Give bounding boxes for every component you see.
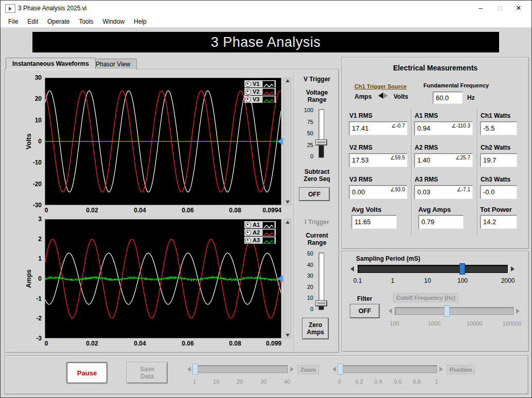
voltage-trigger-cursor-icon[interactable] [277, 138, 283, 145]
tab-instantaneous-waveforms[interactable]: Instantaneous Waveforms [6, 58, 96, 69]
slider-right-arrow-icon[interactable] [511, 266, 515, 272]
legend-line-sample[interactable] [262, 229, 275, 236]
scroll-up-icon[interactable] [286, 79, 290, 82]
maximize-button[interactable]: □ [491, 1, 509, 16]
legend-item-v2[interactable]: V2 [244, 88, 276, 95]
slider-right-arrow-icon[interactable] [439, 367, 443, 372]
zero-amps-button[interactable]: Zero Amps [303, 318, 328, 339]
voltage-range-slider[interactable] [318, 109, 324, 158]
slider-left-arrow-icon[interactable] [388, 309, 392, 314]
voltage-range-fill [319, 143, 324, 157]
avg-amps-value: 0.79 [421, 218, 434, 226]
fundamental-frequency-input[interactable]: 60.0 [433, 92, 463, 104]
trigger-source-switch[interactable] [378, 93, 388, 99]
bottom-control-bar: Pause Save Data Zoom 1 10 20 30 40 Posit… [5, 355, 528, 394]
close-button[interactable]: ✕ [510, 1, 527, 16]
voltage-range-tick: 75 [297, 119, 313, 125]
ch1-watts-value: -5.5 [483, 124, 494, 132]
v1-rms-label: V1 RMS [349, 112, 373, 119]
legend-line-sample[interactable] [262, 81, 275, 87]
plot-visible-radio-icon[interactable] [245, 222, 251, 228]
plot-visible-radio-icon[interactable] [245, 97, 251, 102]
scroll-down-icon[interactable] [286, 201, 290, 204]
avg-amps-indicator: 0.79 [418, 215, 464, 229]
legend-line-sample[interactable] [262, 88, 275, 95]
legend-item-v3[interactable]: V3 [244, 96, 276, 103]
subtract-zero-seq-label: Subtract Zero Seq [295, 168, 339, 183]
current-trigger-slider-track[interactable] [283, 219, 291, 338]
menu-help[interactable]: Help [129, 17, 151, 26]
filter-off-button[interactable]: OFF [350, 304, 379, 318]
sampling-period-thumb[interactable] [459, 263, 465, 275]
current-plot-legend: A1 A2 A3 [244, 221, 276, 244]
slider-right-arrow-icon[interactable] [290, 367, 294, 372]
legend-label: A2 [253, 229, 261, 236]
tab-phasor-view[interactable]: Phasor View [89, 59, 137, 69]
volt-ytick: -10 [24, 159, 42, 166]
i-trigger-title: I Trigger [295, 219, 339, 226]
voltage-range-thumb[interactable] [316, 140, 327, 145]
legend-item-a1[interactable]: A1 [244, 221, 276, 228]
legend-item-a2[interactable]: A2 [244, 229, 276, 236]
v1-rms-angle: ∠-0.7 [392, 123, 405, 129]
volt-xtick: 0.06 [182, 207, 193, 214]
current-trigger-cursor-icon[interactable] [277, 275, 283, 282]
minimize-button[interactable]: – [472, 1, 489, 16]
position-tick: 0.2 [355, 378, 363, 385]
tab-label: Phasor View [96, 61, 130, 68]
voltage-range-tick: 25 [297, 142, 313, 148]
menu-operate[interactable]: Operate [43, 17, 74, 26]
menu-window[interactable]: Window [98, 17, 129, 26]
slider-right-arrow-icon[interactable] [516, 309, 520, 314]
scroll-down-icon[interactable] [286, 334, 290, 337]
zoom-thumb[interactable] [192, 364, 198, 375]
volt-ytick: 10 [24, 117, 42, 124]
plot-visible-radio-icon[interactable] [245, 89, 251, 95]
subtract-zero-seq-button[interactable]: OFF [299, 188, 329, 201]
legend-item-v1[interactable]: V1 [244, 80, 276, 87]
slider-left-arrow-icon[interactable] [350, 266, 354, 272]
plot-visible-radio-icon[interactable] [245, 238, 251, 243]
tot-power-value: 14.2 [483, 218, 496, 226]
menu-edit[interactable]: Edit [23, 17, 43, 26]
position-slider[interactable] [339, 365, 437, 373]
current-range-thumb[interactable] [316, 301, 327, 306]
current-range-tick: 0 [297, 306, 313, 312]
v-trigger-title: V Trigger [295, 76, 339, 83]
zoom-tick: 10 [213, 378, 219, 385]
slider-left-arrow-icon[interactable] [332, 367, 336, 372]
avg-amps-label: Avg Amps [418, 206, 451, 213]
voltage-trigger-slider-track[interactable] [283, 78, 291, 205]
plot-visible-radio-icon[interactable] [245, 230, 251, 236]
legend-item-a3[interactable]: A3 [244, 237, 276, 244]
legend-line-sample[interactable] [262, 237, 275, 244]
legend-line-sample[interactable] [262, 222, 275, 228]
v1-rms-indicator: 17.41 ∠-0.7 [349, 121, 407, 135]
slider-left-arrow-icon[interactable] [187, 367, 191, 372]
voltage-range-tick: 0 [297, 153, 313, 159]
divider [294, 73, 294, 350]
volt-ytick: 30 [24, 74, 42, 81]
a3-rms-value: 0.03 [417, 188, 430, 196]
volt-xtick: 0.04 [134, 207, 146, 214]
avg-volts-value: 11.65 [354, 218, 371, 226]
trigger-source-amps-label: Amps [354, 93, 371, 100]
pause-button[interactable]: Pause [67, 363, 107, 383]
legend-line-sample[interactable] [262, 96, 275, 103]
position-thumb[interactable] [338, 364, 343, 375]
position-tick: 0 [338, 378, 341, 385]
scroll-up-icon[interactable] [286, 221, 290, 224]
measurements-title: Electrical Measurements [342, 64, 528, 72]
cutoff-frequency-slider[interactable] [395, 307, 514, 315]
menu-tools[interactable]: Tools [74, 17, 98, 26]
zoom-slider[interactable] [193, 365, 288, 373]
cutoff-frequency-thumb[interactable] [444, 305, 450, 317]
sampling-period-slider[interactable] [358, 265, 508, 273]
amp-ytick: 2 [24, 236, 42, 243]
menu-file[interactable]: File [4, 17, 23, 26]
a2-rms-label: A2 RMS [415, 144, 438, 151]
fundamental-frequency-label: Fundamental Frequency [423, 82, 489, 88]
plot-visible-radio-icon[interactable] [245, 81, 251, 87]
save-data-button[interactable]: Save Data [127, 363, 167, 383]
a2-rms-angle: ∠25.7 [456, 155, 470, 160]
